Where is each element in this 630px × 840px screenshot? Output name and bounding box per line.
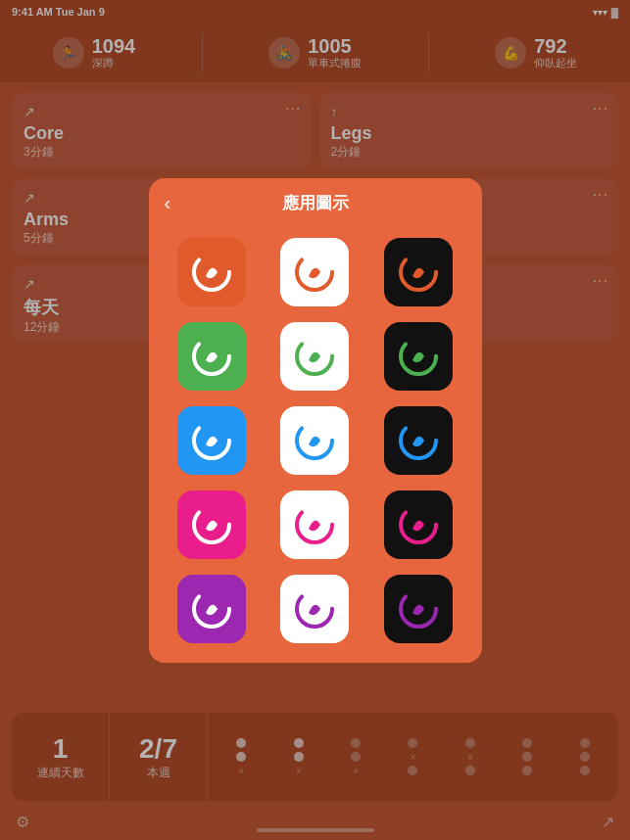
- modal-overlay[interactable]: ‹ 應用圖示: [0, 0, 630, 840]
- app-icon-white-pink[interactable]: [280, 490, 349, 559]
- modal-header: ‹ 應用圖示: [149, 178, 482, 228]
- app-icon-white-purple[interactable]: [280, 575, 349, 643]
- app-icon-blue-filled[interactable]: [177, 406, 246, 475]
- app-icon-black-orange[interactable]: [384, 238, 453, 306]
- app-icon-black-green[interactable]: [384, 322, 453, 391]
- app-icon-orange-filled[interactable]: [177, 238, 246, 306]
- app-icons-grid: [149, 228, 482, 643]
- app-icon-purple-filled[interactable]: [177, 575, 246, 643]
- app-icon-white-blue[interactable]: [280, 406, 349, 475]
- app-icon-black-purple[interactable]: [384, 575, 453, 643]
- app-icon-white-orange[interactable]: [280, 238, 349, 306]
- app-icon-pink-filled[interactable]: [177, 490, 246, 559]
- app-icon-black-pink[interactable]: [384, 490, 453, 559]
- modal-back-button[interactable]: ‹: [165, 192, 171, 214]
- app-icon-black-blue[interactable]: [384, 406, 453, 475]
- app-icon-white-green[interactable]: [280, 322, 349, 391]
- modal-title: 應用圖示: [282, 192, 349, 214]
- app-icon-modal: ‹ 應用圖示: [149, 178, 482, 663]
- app-icon-green-filled[interactable]: [177, 322, 246, 391]
